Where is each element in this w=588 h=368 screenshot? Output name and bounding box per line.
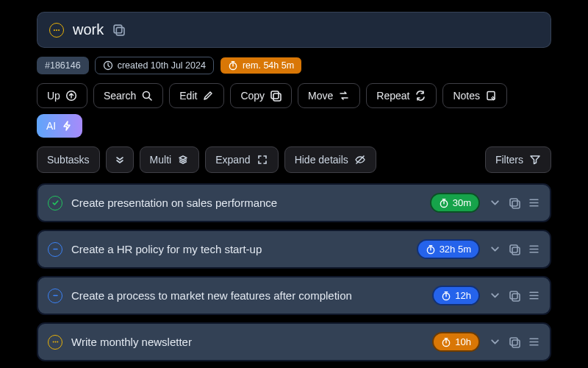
list-icon[interactable] [528, 336, 540, 348]
task-time-pill: 32h 5m [417, 239, 480, 259]
chevron-down-icon[interactable] [489, 243, 501, 255]
list-icon[interactable] [528, 243, 540, 255]
notes-button[interactable]: Notes [442, 83, 507, 108]
up-button[interactable]: Up [37, 83, 87, 108]
task-status-icon[interactable] [48, 242, 62, 257]
copy-icon[interactable] [509, 244, 520, 255]
stack-icon [177, 154, 189, 166]
double-chevron-down-icon [114, 154, 126, 166]
expand-button[interactable]: Expand [205, 146, 278, 173]
copy-button[interactable]: Copy [230, 83, 292, 108]
task-time-pill: 12h [432, 286, 480, 305]
copy-icon[interactable] [509, 197, 520, 209]
expand-icon [257, 154, 268, 166]
filters-button[interactable]: Filters [485, 146, 551, 173]
created-date-badge: created 10th Jul 2024 [95, 57, 214, 74]
task-row[interactable]: Create a HR policy for my tech start-up … [37, 230, 551, 269]
task-time-pill: 10h [432, 332, 480, 352]
remaining-time-label: rem. 54h 5m [243, 60, 294, 71]
edit-button[interactable]: Edit [169, 83, 224, 108]
stopwatch-icon [228, 60, 238, 71]
title-bar: work [37, 12, 551, 48]
stopwatch-icon [426, 244, 436, 255]
copy-icon [270, 90, 282, 102]
task-status-icon[interactable] [48, 335, 62, 350]
copy-icon[interactable] [112, 24, 125, 36]
list-icon[interactable] [528, 197, 540, 209]
task-time-label: 32h 5m [440, 244, 471, 255]
eye-off-icon [354, 154, 366, 166]
task-title: Create a HR policy for my tech start-up [71, 243, 408, 255]
task-id-badge: #186146 [37, 57, 89, 74]
multi-button[interactable]: Multi [140, 146, 200, 173]
task-time-pill: 30m [430, 193, 480, 213]
task-title: Write monthly newsletter [71, 336, 423, 348]
move-button[interactable]: Move [298, 83, 360, 108]
filter-icon [529, 154, 541, 166]
task-status-icon [49, 23, 64, 38]
stopwatch-icon [441, 337, 451, 347]
toolbar: Up Search Edit Copy Move Repeat Notes AI [37, 83, 551, 138]
task-row[interactable]: Write monthly newsletter 10h [37, 322, 551, 361]
task-status-icon[interactable] [48, 196, 62, 210]
clock-icon [103, 60, 113, 71]
remaining-time-badge: rem. 54h 5m [220, 57, 302, 74]
search-button[interactable]: Search [93, 83, 163, 108]
move-icon [338, 90, 350, 102]
subtasks-button[interactable]: Subtasks [37, 146, 100, 173]
chevron-down-icon[interactable] [489, 336, 501, 348]
page-title: work [73, 21, 104, 38]
task-title: Create presentation on sales performance [71, 197, 421, 209]
task-title: Create a process to market new features … [71, 289, 423, 302]
notes-icon [485, 90, 497, 102]
copy-icon[interactable] [509, 336, 520, 348]
chevron-down-icon[interactable] [489, 197, 501, 209]
task-list: Create presentation on sales performance… [37, 183, 551, 361]
stopwatch-icon [439, 198, 449, 208]
subtask-bar: Subtasks Multi Expand Hide details Filte… [37, 146, 551, 173]
chevron-down-icon[interactable] [489, 289, 501, 302]
pencil-icon [202, 90, 214, 102]
stopwatch-icon [441, 291, 451, 301]
task-time-label: 30m [453, 197, 471, 208]
task-time-label: 12h [455, 290, 471, 301]
repeat-icon [415, 90, 426, 102]
up-icon [65, 90, 77, 102]
copy-icon[interactable] [509, 290, 520, 302]
task-time-label: 10h [455, 336, 471, 347]
hide-details-button[interactable]: Hide details [284, 146, 376, 173]
task-row[interactable]: Create a process to market new features … [37, 276, 551, 315]
task-status-icon[interactable] [48, 289, 62, 303]
task-row[interactable]: Create presentation on sales performance… [37, 183, 551, 222]
created-date-label: created 10th Jul 2024 [118, 60, 206, 71]
badge-row: #186146 created 10th Jul 2024 rem. 54h 5… [37, 57, 551, 74]
list-icon[interactable] [528, 289, 540, 302]
search-icon [141, 90, 153, 102]
collapse-button[interactable] [106, 146, 134, 173]
bolt-icon [61, 120, 73, 132]
ai-button[interactable]: AI [37, 114, 82, 138]
repeat-button[interactable]: Repeat [366, 83, 437, 108]
